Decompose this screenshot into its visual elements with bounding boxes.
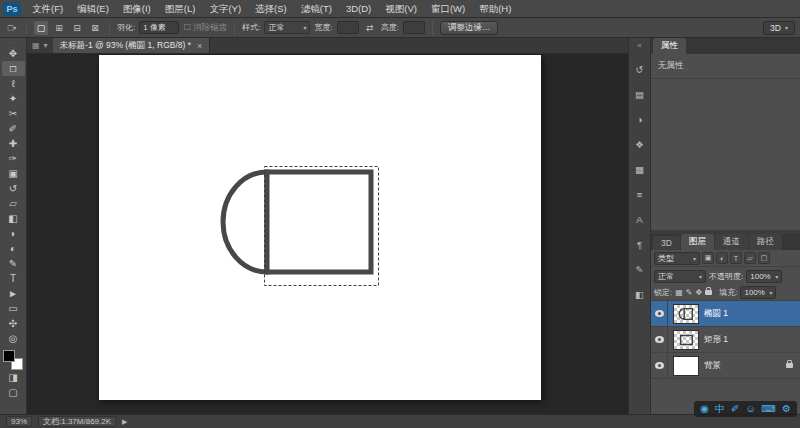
menu-item-file[interactable]: 文件(F) bbox=[25, 0, 70, 17]
dodge-tool[interactable]: ◐ bbox=[2, 241, 25, 256]
blend-mode-select[interactable]: 正常▾ bbox=[654, 270, 706, 283]
styles-panel-icon[interactable]: ❖ bbox=[632, 137, 648, 151]
feather-input[interactable]: 1 像素 bbox=[139, 21, 179, 34]
tab-paths[interactable]: 路径 bbox=[749, 234, 782, 250]
swap-dimensions-icon[interactable]: ⇄ bbox=[363, 21, 377, 35]
layer-row-rectangle-1[interactable]: 矩形 1 bbox=[651, 327, 800, 353]
expand-panels-icon[interactable]: « bbox=[637, 41, 641, 51]
gradient-tool[interactable]: ◧ bbox=[2, 211, 25, 226]
lasso-tool[interactable]: ℓ bbox=[2, 76, 25, 91]
layer-row-ellipse-1[interactable]: 椭圆 1 bbox=[651, 301, 800, 327]
new-selection-icon[interactable]: ▢ bbox=[34, 21, 48, 35]
filter-pixel-layers-icon[interactable]: ▣ bbox=[702, 252, 714, 264]
antialias-checkbox[interactable]: ☐ 消除锯齿 bbox=[183, 22, 227, 34]
add-to-selection-icon[interactable]: ⊞ bbox=[52, 21, 66, 35]
toolbar-grip-icon[interactable]: ∙∙ bbox=[11, 39, 14, 46]
tab-3d[interactable]: 3D bbox=[653, 236, 680, 250]
pen-tool[interactable]: ✎ bbox=[2, 256, 25, 271]
layer-thumbnail[interactable] bbox=[673, 330, 699, 350]
quick-mask-button[interactable]: ◨ bbox=[2, 370, 25, 385]
zoom-tool[interactable]: ◎ bbox=[2, 331, 25, 346]
tab-channels[interactable]: 通道 bbox=[715, 234, 748, 250]
width-input[interactable] bbox=[337, 21, 359, 34]
ime-chinese-mode-icon[interactable]: 中 bbox=[715, 403, 725, 415]
type-tool[interactable]: T bbox=[2, 271, 25, 286]
arrange-documents-icon[interactable]: ▦▾ bbox=[27, 38, 53, 53]
info-panel-icon[interactable]: ▦ bbox=[632, 162, 648, 176]
document-tab-bar: ▦▾ 未标题-1 @ 93% (椭圆 1, RGB/8) * × bbox=[27, 38, 628, 54]
brush-tool[interactable]: ✑ bbox=[2, 151, 25, 166]
navigator-panel-icon[interactable]: ≡ bbox=[632, 187, 648, 201]
ime-settings-icon[interactable]: ⚙ bbox=[782, 403, 791, 415]
character-panel-icon[interactable]: A bbox=[632, 212, 648, 226]
layer-row-background[interactable]: 背景 bbox=[651, 353, 800, 379]
menu-item-layer[interactable]: 图层(L) bbox=[158, 0, 203, 17]
menu-item-type[interactable]: 文字(Y) bbox=[202, 0, 248, 17]
lock-pixels-icon[interactable]: ✎ bbox=[686, 288, 693, 297]
clone-source-panel-icon[interactable]: ◧ bbox=[632, 287, 648, 301]
photoshop-logo-icon: Ps bbox=[3, 2, 21, 16]
filter-adjustment-layers-icon[interactable]: ◐ bbox=[716, 252, 728, 264]
filter-type-layers-icon[interactable]: T bbox=[730, 252, 742, 264]
menu-item-image[interactable]: 图像(I) bbox=[116, 0, 158, 17]
lock-position-icon[interactable]: ✥ bbox=[696, 288, 703, 297]
clone-stamp-tool[interactable]: ▣ bbox=[2, 166, 25, 181]
ime-emoticon-icon[interactable]: ☺ bbox=[745, 403, 755, 415]
menu-item-window[interactable]: 窗口(W) bbox=[424, 0, 472, 17]
subtract-from-selection-icon[interactable]: ⊟ bbox=[70, 21, 84, 35]
filter-smart-objects-icon[interactable]: ▢ bbox=[758, 252, 770, 264]
layer-thumbnail[interactable] bbox=[673, 304, 699, 324]
menu-item-view[interactable]: 视图(V) bbox=[378, 0, 424, 17]
ime-keyboard-icon[interactable]: ⌨ bbox=[762, 403, 776, 415]
shape-tool[interactable]: ▭ bbox=[2, 301, 25, 316]
style-select[interactable]: 正常▾ bbox=[264, 21, 310, 34]
height-input[interactable] bbox=[403, 21, 425, 34]
rectangular-marquee-tool[interactable]: □ bbox=[2, 61, 25, 76]
menu-item-select[interactable]: 选择(S) bbox=[248, 0, 294, 17]
workspace-switcher[interactable]: 3D▾ bbox=[763, 21, 795, 35]
visibility-toggle[interactable] bbox=[651, 327, 668, 352]
blur-tool[interactable]: ◗ bbox=[2, 226, 25, 241]
eraser-tool[interactable]: ▱ bbox=[2, 196, 25, 211]
healing-brush-tool[interactable]: ✚ bbox=[2, 136, 25, 151]
tab-properties[interactable]: 属性 bbox=[653, 38, 686, 54]
history-brush-tool[interactable]: ↺ bbox=[2, 181, 25, 196]
menu-item-filter[interactable]: 滤镜(T) bbox=[294, 0, 339, 17]
menu-item-help[interactable]: 帮助(H) bbox=[472, 0, 518, 17]
refine-edge-button[interactable]: 调整边缘… bbox=[440, 21, 499, 35]
adjustments-panel-icon[interactable]: ◑ bbox=[632, 112, 648, 126]
color-panel-icon[interactable]: ▤ bbox=[632, 87, 648, 101]
intersect-selection-icon[interactable]: ⊠ bbox=[88, 21, 102, 35]
screen-mode-button[interactable]: ▢ bbox=[2, 385, 25, 400]
zoom-level-field[interactable]: 93% bbox=[6, 416, 32, 427]
hand-tool[interactable]: ✣ bbox=[2, 316, 25, 331]
menu-item-3d[interactable]: 3D(D) bbox=[339, 0, 378, 17]
tool-preset-picker[interactable]: □▾ bbox=[5, 21, 19, 35]
move-tool[interactable]: ✥ bbox=[2, 46, 25, 61]
document-canvas[interactable] bbox=[99, 55, 541, 400]
menu-item-edit[interactable]: 编辑(E) bbox=[70, 0, 116, 17]
opacity-select[interactable]: 100%▾ bbox=[746, 270, 782, 283]
paragraph-panel-icon[interactable]: ¶ bbox=[632, 237, 648, 251]
status-options-icon[interactable]: ▶ bbox=[122, 418, 127, 426]
layer-thumbnail[interactable] bbox=[673, 356, 699, 376]
ime-logo-icon[interactable]: ◉ bbox=[700, 403, 709, 415]
close-icon[interactable]: × bbox=[197, 41, 202, 51]
quick-selection-tool[interactable]: ✦ bbox=[2, 91, 25, 106]
lock-transparency-icon[interactable]: ▦ bbox=[675, 288, 683, 297]
tab-layers[interactable]: 图层 bbox=[681, 234, 714, 250]
brush-panel-icon[interactable]: ✎ bbox=[632, 262, 648, 276]
foreground-color-swatch[interactable] bbox=[3, 350, 15, 362]
history-panel-icon[interactable]: ↺ bbox=[632, 62, 648, 76]
layer-filter-select[interactable]: 类型▾ bbox=[654, 252, 700, 265]
ime-punctuation-icon[interactable]: ✐ bbox=[731, 403, 739, 415]
visibility-toggle[interactable] bbox=[651, 353, 668, 378]
filter-shape-layers-icon[interactable]: ▱ bbox=[744, 252, 756, 264]
lock-all-icon[interactable] bbox=[705, 290, 712, 295]
eyedropper-tool[interactable]: ✐ bbox=[2, 121, 25, 136]
path-selection-tool[interactable]: ► bbox=[2, 286, 25, 301]
crop-tool[interactable]: ✂ bbox=[2, 106, 25, 121]
document-tab[interactable]: 未标题-1 @ 93% (椭圆 1, RGB/8) * × bbox=[53, 38, 211, 53]
fill-select[interactable]: 100%▾ bbox=[740, 286, 776, 299]
visibility-toggle[interactable] bbox=[651, 301, 668, 326]
